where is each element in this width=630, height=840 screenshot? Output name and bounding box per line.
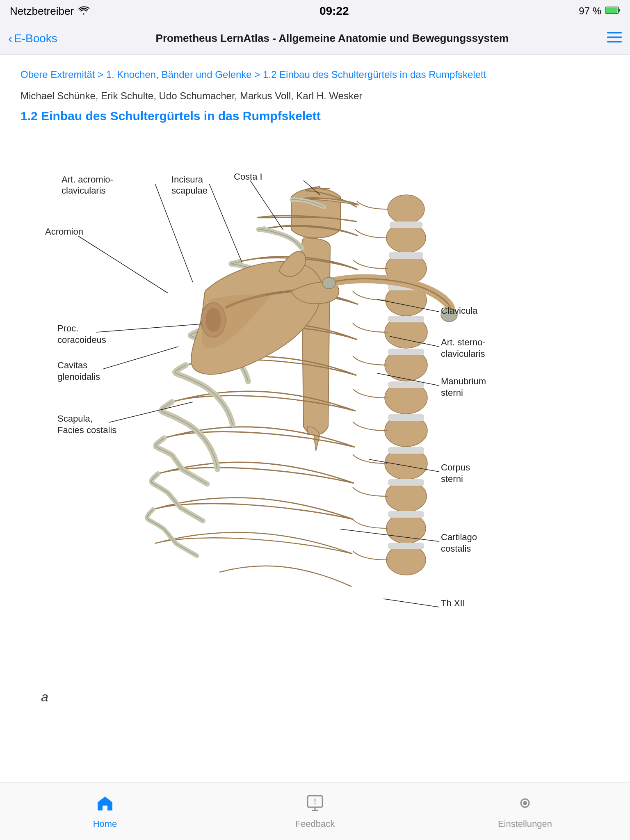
svg-text:Th XII: Th XII — [441, 598, 465, 608]
tab-bar: Home ! Feedback Einstellungen — [0, 783, 630, 840]
svg-point-75 — [523, 801, 527, 805]
feedback-icon: ! — [306, 794, 324, 816]
carrier-label: Netzbetreiber — [10, 5, 74, 18]
svg-rect-23 — [388, 349, 424, 355]
svg-text:costalis: costalis — [441, 543, 471, 554]
status-battery-area: 97 % — [579, 5, 620, 17]
battery-label: 97 % — [579, 5, 601, 17]
navigation-bar: ‹ E-Books Prometheus LernAtlas - Allgeme… — [0, 22, 630, 55]
svg-rect-26 — [388, 447, 424, 454]
svg-rect-28 — [388, 511, 424, 518]
svg-text:sterni: sterni — [441, 388, 463, 398]
svg-text:scapulae: scapulae — [171, 185, 208, 196]
svg-text:glenoidalis: glenoidalis — [57, 372, 100, 382]
back-label: E-Books — [14, 32, 57, 45]
status-carrier: Netzbetreiber — [10, 5, 89, 18]
menu-button[interactable] — [607, 32, 622, 46]
svg-rect-24 — [388, 381, 424, 388]
breadcrumb: Obere Extremität > 1. Knochen, Bänder un… — [21, 67, 609, 82]
svg-rect-4 — [607, 37, 622, 38]
svg-text:!: ! — [314, 797, 316, 806]
settings-icon — [516, 794, 534, 816]
authors: Michael Schünke, Erik Schulte, Udo Schum… — [21, 90, 609, 102]
nav-title: Prometheus LernAtlas - Allgemeine Anatom… — [64, 32, 600, 45]
battery-icon — [605, 5, 620, 17]
svg-text:coracoideus: coracoideus — [57, 335, 106, 345]
svg-rect-27 — [388, 479, 424, 486]
back-arrow-icon: ‹ — [8, 32, 12, 46]
svg-text:clavicularis: clavicularis — [441, 349, 485, 359]
anatomy-figure: Art. acromio- clavicularis Incisura scap… — [21, 135, 609, 726]
svg-text:Acromion: Acromion — [45, 226, 83, 237]
home-icon — [96, 794, 114, 816]
svg-text:Costa I: Costa I — [234, 171, 262, 182]
svg-rect-20 — [389, 252, 423, 259]
svg-text:Art. acromio-: Art. acromio- — [62, 174, 113, 185]
svg-text:a: a — [41, 689, 48, 704]
svg-rect-19 — [390, 221, 422, 228]
tab-home-label: Home — [93, 819, 117, 829]
svg-rect-29 — [388, 543, 424, 549]
svg-rect-5 — [607, 41, 622, 43]
svg-text:Proc.: Proc. — [57, 323, 78, 333]
svg-text:Manubrium: Manubrium — [441, 376, 486, 386]
svg-rect-1 — [619, 9, 620, 11]
svg-text:Art. sterno-: Art. sterno- — [441, 337, 486, 347]
svg-rect-25 — [388, 414, 424, 421]
svg-text:Cavitas: Cavitas — [57, 360, 87, 370]
svg-point-33 — [322, 277, 336, 289]
svg-text:Cartilago: Cartilago — [441, 532, 477, 542]
svg-text:Clavicula: Clavicula — [441, 306, 478, 316]
svg-text:clavicularis: clavicularis — [62, 185, 106, 196]
back-button[interactable]: ‹ E-Books — [8, 32, 57, 46]
svg-point-7 — [388, 195, 425, 224]
svg-rect-22 — [388, 316, 424, 322]
main-content: Obere Extremität > 1. Knochen, Bänder un… — [0, 55, 630, 818]
tab-feedback-label: Feedback — [295, 819, 335, 829]
svg-rect-3 — [607, 32, 622, 34]
section-title: 1.2 Einbau des Schultergürtels in das Ru… — [21, 109, 609, 123]
tab-einstellungen[interactable]: Einstellungen — [492, 794, 558, 829]
svg-rect-2 — [606, 8, 618, 13]
tab-home[interactable]: Home — [72, 794, 138, 829]
svg-text:sterni: sterni — [441, 474, 463, 484]
wifi-icon — [78, 5, 89, 18]
svg-text:Facies costalis: Facies costalis — [57, 425, 116, 435]
tab-feedback[interactable]: ! Feedback — [282, 794, 348, 829]
status-bar: Netzbetreiber 09:22 97 % — [0, 0, 630, 22]
svg-point-18 — [386, 545, 426, 575]
svg-text:Corpus: Corpus — [441, 462, 470, 472]
status-time: 09:22 — [320, 5, 349, 18]
tab-einstellungen-label: Einstellungen — [498, 819, 552, 829]
svg-text:Incisura: Incisura — [171, 174, 203, 185]
svg-text:Scapula,: Scapula, — [57, 413, 93, 424]
